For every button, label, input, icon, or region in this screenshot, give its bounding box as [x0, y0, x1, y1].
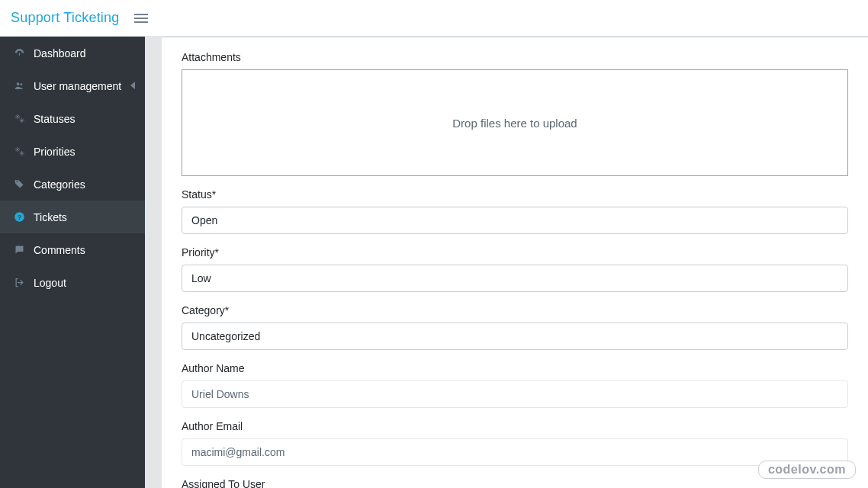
field-assigned-to: Assigned To User	[182, 478, 848, 488]
field-status: Status* Open	[182, 188, 848, 234]
attachments-dropzone[interactable]: Drop files here to upload	[182, 69, 848, 176]
sidebar-item-user-management[interactable]: User management	[0, 69, 145, 102]
menu-toggle-button[interactable]	[130, 9, 153, 27]
assigned-to-label: Assigned To User	[182, 478, 848, 488]
sidebar-item-label: User management	[34, 80, 121, 92]
author-name-input[interactable]	[182, 380, 848, 408]
sidebar-item-categories[interactable]: Categories	[0, 168, 145, 201]
sidebar-item-comments[interactable]: Comments	[0, 233, 145, 266]
sidebar: Dashboard User management Statuses Prior…	[0, 37, 145, 488]
sidebar-item-label: Statuses	[34, 113, 75, 125]
field-author-name: Author Name	[182, 362, 848, 408]
status-select[interactable]: Open	[182, 207, 848, 234]
signout-icon	[11, 277, 27, 288]
category-label: Category*	[182, 304, 848, 316]
sidebar-item-label: Comments	[34, 244, 85, 256]
svg-point-3	[21, 120, 23, 122]
field-priority: Priority* Low	[182, 246, 848, 292]
category-select[interactable]: Uncategorized	[182, 323, 848, 350]
svg-point-4	[16, 149, 18, 151]
author-name-label: Author Name	[182, 362, 848, 374]
gears-icon	[11, 113, 27, 124]
topbar: Support Ticketing	[0, 0, 868, 37]
sidebar-item-label: Priorities	[34, 146, 75, 158]
status-label: Status*	[182, 188, 848, 201]
svg-text:?: ?	[17, 214, 21, 221]
field-attachments: Attachments Drop files here to upload	[182, 51, 848, 176]
svg-point-1	[20, 83, 22, 85]
sidebar-item-label: Categories	[34, 178, 85, 191]
content-area: Attachments Drop files here to upload St…	[145, 37, 868, 488]
priority-select[interactable]: Low	[182, 265, 848, 292]
users-icon	[11, 80, 27, 92]
sidebar-item-label: Tickets	[34, 211, 67, 223]
watermark: codelov.com	[758, 461, 856, 479]
priority-label: Priority*	[182, 246, 848, 258]
sidebar-item-dashboard[interactable]: Dashboard	[0, 37, 145, 69]
author-email-input[interactable]	[182, 438, 848, 466]
svg-point-0	[16, 82, 19, 85]
chevron-left-icon	[130, 82, 136, 91]
svg-point-2	[16, 116, 18, 118]
sidebar-item-tickets[interactable]: ? Tickets	[0, 201, 145, 233]
gears-icon	[11, 146, 27, 157]
sidebar-item-label: Dashboard	[34, 47, 86, 59]
sidebar-item-statuses[interactable]: Statuses	[0, 102, 145, 135]
tags-icon	[11, 178, 27, 190]
author-email-label: Author Email	[182, 420, 848, 432]
field-author-email: Author Email	[182, 420, 848, 466]
field-category: Category* Uncategorized	[182, 304, 848, 350]
svg-point-5	[21, 152, 23, 155]
dropzone-text: Drop files here to upload	[452, 117, 577, 130]
sidebar-item-logout[interactable]: Logout	[0, 266, 145, 299]
brand-title[interactable]: Support Ticketing	[11, 10, 119, 26]
sidebar-item-priorities[interactable]: Priorities	[0, 135, 145, 168]
question-circle-icon: ?	[11, 211, 27, 223]
sidebar-item-label: Logout	[34, 277, 66, 289]
attachments-label: Attachments	[182, 51, 848, 63]
comment-icon	[11, 244, 27, 255]
dashboard-icon	[11, 47, 27, 59]
